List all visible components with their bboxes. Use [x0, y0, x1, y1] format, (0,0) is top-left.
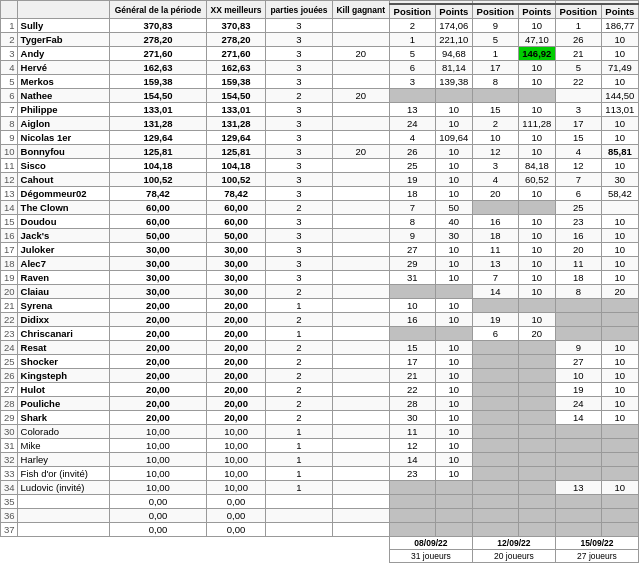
table-cell: 15 [555, 131, 601, 145]
table-cell: 186,77 [601, 19, 638, 33]
table-cell [472, 425, 518, 439]
table-cell: 20,00 [110, 355, 206, 369]
table-cell: 10 [435, 257, 472, 271]
table-cell [332, 369, 389, 383]
table-cell: 10 [601, 383, 638, 397]
table-cell: 30,00 [206, 257, 266, 271]
table-cell [389, 89, 435, 103]
table-cell: Hervé [17, 61, 110, 75]
table-cell: 125,81 [206, 145, 266, 159]
table-cell [555, 523, 601, 537]
table-cell [472, 299, 518, 313]
table-cell: 10 [435, 411, 472, 425]
table-cell [555, 327, 601, 341]
table-cell: 20 [332, 145, 389, 159]
table-cell: 14 [555, 411, 601, 425]
table-cell: 20,00 [110, 327, 206, 341]
table-cell: 30,00 [110, 285, 206, 299]
table-cell: 3 [266, 19, 332, 33]
table-cell: 36 [1, 509, 18, 523]
table-cell: Dégommeur02 [17, 187, 110, 201]
table-cell: 10 [601, 47, 638, 61]
table-row: 21Syrena20,0020,0011010 [1, 299, 639, 313]
table-cell: 5 [389, 47, 435, 61]
table-row: 8Aiglon131,28131,28324102111,281710 [1, 117, 639, 131]
table-cell: 11 [1, 159, 18, 173]
table-cell: 20,00 [110, 313, 206, 327]
table-cell: 25 [1, 355, 18, 369]
table-cell: 30 [1, 425, 18, 439]
table-cell: 10 [518, 271, 555, 285]
table-cell [518, 523, 555, 537]
table-cell: 1 [389, 33, 435, 47]
table-cell: 19 [1, 271, 18, 285]
table-cell [332, 61, 389, 75]
table-cell: 10 [435, 453, 472, 467]
table-cell: 10 [518, 243, 555, 257]
players3: 27 joueurs [555, 550, 638, 563]
table-cell: 30 [601, 173, 638, 187]
table-cell [266, 495, 332, 509]
table-cell: 10 [435, 187, 472, 201]
table-cell: 144,50 [601, 89, 638, 103]
table-cell: 9 [555, 341, 601, 355]
table-cell: 13 [472, 257, 518, 271]
table-cell [17, 523, 110, 537]
table-cell [332, 215, 389, 229]
table-cell: 22 [555, 75, 601, 89]
table-cell: 13 [389, 103, 435, 117]
table-cell: 370,83 [206, 19, 266, 33]
table-cell: 13 [1, 187, 18, 201]
table-row: 9Nicolas 1er129,64129,6434109,6410101510 [1, 131, 639, 145]
table-row: 7Philippe133,01133,013131015103113,01 [1, 103, 639, 117]
table-cell: 20,00 [206, 299, 266, 313]
table-cell [435, 523, 472, 537]
table-cell: 100,52 [110, 173, 206, 187]
table-cell [472, 495, 518, 509]
table-cell: Chriscanari [17, 327, 110, 341]
table-cell: 7 [1, 103, 18, 117]
table-cell: 2 [266, 285, 332, 299]
footer-players-row: 31 joueurs 20 joueurs 27 joueurs [1, 550, 639, 563]
table-cell: 10 [601, 369, 638, 383]
table-cell: 20 [332, 47, 389, 61]
table-cell: 17 [555, 117, 601, 131]
table-cell: 26 [389, 145, 435, 159]
table-cell [601, 439, 638, 453]
table-cell: 4 [389, 131, 435, 145]
table-cell [332, 383, 389, 397]
table-row: 26Kingsteph20,0020,00221101010 [1, 369, 639, 383]
table-cell: 10,00 [110, 481, 206, 495]
table-cell: Shark [17, 411, 110, 425]
table-cell [332, 103, 389, 117]
table-cell [435, 481, 472, 495]
table-cell: 29 [389, 257, 435, 271]
table-cell: 10 [601, 215, 638, 229]
table-cell: 10 [435, 173, 472, 187]
table-cell: 2 [266, 355, 332, 369]
table-cell: 20,00 [110, 383, 206, 397]
table-cell: 2 [266, 89, 332, 103]
table-cell [518, 495, 555, 509]
table-cell: Jack's [17, 229, 110, 243]
table-cell: 10 [435, 145, 472, 159]
table-cell: 20,00 [206, 383, 266, 397]
table-row: 25Shocker20,0020,00217102710 [1, 355, 639, 369]
table-cell: 1 [266, 327, 332, 341]
pts3-header: Points [601, 4, 638, 19]
table-cell [601, 201, 638, 215]
table-cell: 133,01 [206, 103, 266, 117]
table-cell: 3 [266, 131, 332, 145]
table-row: 15Doudou60,0060,00384016102310 [1, 215, 639, 229]
table-cell: Harley [17, 453, 110, 467]
table-cell [518, 383, 555, 397]
table-cell: 139,38 [435, 75, 472, 89]
table-cell: 13 [555, 481, 601, 495]
table-cell [332, 425, 389, 439]
player-header [17, 1, 110, 19]
table-cell [518, 481, 555, 495]
table-cell: 9 [1, 131, 18, 145]
table-cell: 10 [518, 103, 555, 117]
table-cell: 30,00 [206, 271, 266, 285]
table-cell: Shocker [17, 355, 110, 369]
